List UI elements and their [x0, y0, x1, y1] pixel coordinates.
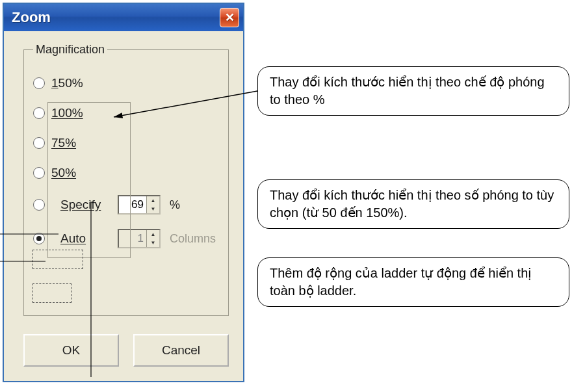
magnification-group: Magnification 1150%50% 100% 75% 50% Spec…	[23, 43, 229, 316]
radio-label-75: 75%	[51, 136, 76, 150]
radio-specify[interactable]	[33, 199, 45, 211]
radio-row-specify[interactable]: Specify ▲ ▼ %	[33, 188, 219, 222]
radio-auto[interactable]	[33, 233, 45, 244]
close-button[interactable]: ✕	[220, 8, 239, 27]
chevron-up-icon[interactable]: ▲	[146, 196, 159, 205]
radio-row-75[interactable]: 75%	[33, 128, 219, 158]
radio-row-150[interactable]: 1150%50%	[33, 68, 219, 98]
callout-percent: Thay đổi kích thước hiển thị theo chế độ…	[257, 66, 569, 116]
radio-75[interactable]	[33, 137, 45, 149]
auto-input	[119, 230, 146, 247]
callout-auto: Thêm độ rộng của ladder tự động để hiển …	[257, 257, 569, 307]
ok-button[interactable]: OK	[23, 334, 119, 367]
cancel-button[interactable]: Cancel	[133, 334, 229, 367]
zoom-dialog: Zoom ✕ Magnification 1150%50% 100% 75% 5…	[3, 3, 244, 382]
chevron-down-icon[interactable]: ▼	[146, 205, 159, 213]
specify-input[interactable]	[119, 196, 146, 213]
radio-label-auto: Auto	[60, 231, 109, 246]
callout-specify: Thay đổi kích thước hiển thị theo số phó…	[257, 179, 569, 229]
close-icon: ✕	[225, 10, 235, 25]
auto-unit: Columns	[170, 232, 216, 246]
radio-150[interactable]	[33, 77, 45, 89]
radio-label-150: 1150%50%	[51, 76, 83, 90]
chevron-up-icon: ▲	[146, 230, 159, 239]
chevron-down-icon: ▼	[146, 239, 159, 247]
specify-unit: %	[170, 198, 180, 212]
group-label: Magnification	[33, 43, 107, 57]
specify-spinner[interactable]: ▲ ▼	[118, 195, 161, 215]
radio-row-50[interactable]: 50%	[33, 158, 219, 188]
radio-label-100: 100%	[51, 106, 83, 120]
auto-spinner: ▲ ▼	[118, 229, 161, 248]
radio-label-50: 50%	[51, 166, 76, 180]
dialog-client: Magnification 1150%50% 100% 75% 50% Spec…	[4, 31, 243, 381]
radio-row-auto[interactable]: Auto ▲ ▼ Columns	[33, 222, 219, 255]
radio-label-specify: Specify	[60, 198, 109, 212]
radio-100[interactable]	[33, 107, 45, 119]
spinner-arrows-disabled: ▲ ▼	[146, 230, 159, 247]
dialog-title: Zoom	[12, 9, 51, 26]
spinner-arrows[interactable]: ▲ ▼	[146, 196, 159, 213]
radio-row-100[interactable]: 100%	[33, 98, 219, 128]
button-row: OK Cancel	[23, 334, 229, 367]
radio-50[interactable]	[33, 167, 45, 179]
titlebar: Zoom ✕	[4, 4, 243, 31]
